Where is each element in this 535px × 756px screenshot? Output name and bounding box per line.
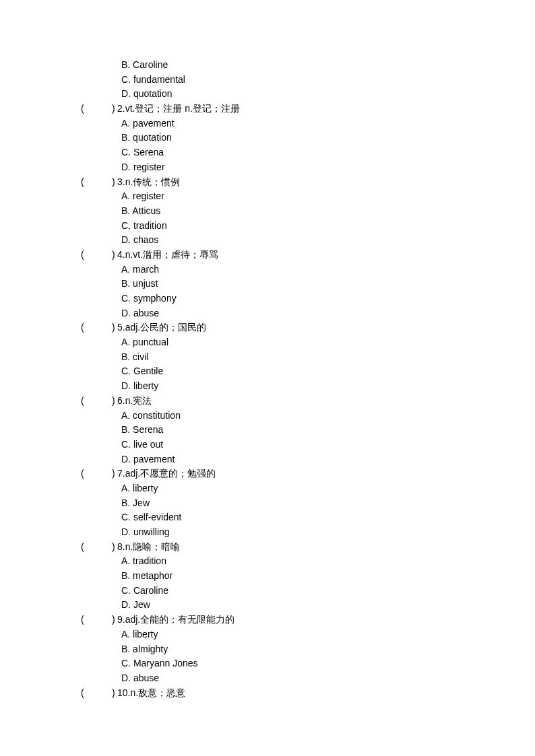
paren-right: ) [112, 248, 117, 263]
option: A. march [81, 263, 535, 277]
paren-right: ) [112, 540, 117, 555]
document-content: B. CarolineC. fundamentalD. quotation()2… [81, 58, 535, 700]
question-line: ()3.n.传统；惯例 [81, 175, 535, 190]
paren-left: ( [81, 102, 86, 116]
question-prompt: .n.宪法 [123, 394, 152, 409]
answer-blank [86, 540, 112, 555]
paren-right: ) [112, 467, 117, 481]
question-line: ()8.n.隐喻；暗喻 [81, 540, 535, 555]
question-number: 9 [117, 613, 123, 627]
question-number: 7 [117, 467, 123, 481]
option: A. liberty [81, 627, 535, 642]
question-line: ()6.n.宪法 [81, 394, 535, 409]
question-line: ()2.vt.登记；注册 n.登记；注册 [81, 102, 535, 116]
option: B. civil [81, 350, 535, 365]
option: C. tradition [81, 219, 535, 234]
option: D. chaos [81, 233, 535, 248]
paren-right: ) [112, 394, 117, 409]
option: D. abuse [81, 671, 535, 686]
paren-left: ( [81, 175, 86, 190]
option: D. Jew [81, 598, 535, 613]
option: A. liberty [81, 481, 535, 496]
answer-blank [86, 467, 112, 481]
question-prompt: .n.传统；惯例 [123, 175, 181, 190]
question-prompt: .n.隐喻；暗喻 [123, 540, 181, 555]
answer-blank [86, 613, 112, 627]
paren-left: ( [81, 686, 86, 701]
option: D. pavement [81, 452, 535, 467]
question-number: 5 [117, 320, 123, 335]
question-prompt: .vt.登记；注册 n.登记；注册 [123, 102, 240, 116]
question-number: 6 [117, 394, 123, 409]
question-number: 4 [117, 248, 123, 263]
question-prompt: .adj.全能的；有无限能力的 [123, 613, 234, 627]
question-line: ()5.adj.公民的；国民的 [81, 320, 535, 335]
answer-blank [86, 175, 112, 190]
option: C. symphony [81, 291, 535, 306]
orphan-option: C. fundamental [81, 73, 535, 88]
paren-left: ( [81, 320, 86, 335]
paren-left: ( [81, 394, 86, 409]
option: B. almighty [81, 642, 535, 657]
question-line: ()4.n.vt.滥用；虐待；辱骂 [81, 248, 535, 263]
option: B. Jew [81, 496, 535, 511]
question-line: ()7.adj.不愿意的；勉强的 [81, 467, 535, 481]
option: C. live out [81, 438, 535, 452]
option: C. self-evident [81, 510, 535, 525]
option: C. Gentile [81, 364, 535, 379]
answer-blank [86, 320, 112, 335]
option: C. Maryann Jones [81, 656, 535, 671]
question-prompt: .adj.不愿意的；勉强的 [123, 467, 216, 481]
option: D. abuse [81, 306, 535, 321]
option: C. Serena [81, 145, 535, 160]
paren-left: ( [81, 467, 86, 481]
question-number: 8 [117, 540, 123, 555]
option: A. punctual [81, 335, 535, 350]
answer-blank [86, 102, 112, 116]
question-prompt: .adj.公民的；国民的 [123, 320, 206, 335]
paren-left: ( [81, 248, 86, 263]
option: B. quotation [81, 131, 535, 145]
question-line: ()10.n.敌意；恶意 [81, 686, 535, 701]
option: B. Serena [81, 423, 535, 438]
paren-left: ( [81, 540, 86, 555]
question-number: 3 [117, 175, 123, 190]
answer-blank [86, 248, 112, 263]
question-number: 10 [117, 686, 128, 701]
answer-blank [86, 686, 112, 701]
option: D. unwilling [81, 525, 535, 540]
paren-right: ) [112, 320, 117, 335]
paren-right: ) [112, 613, 117, 627]
option: A. constitution [81, 409, 535, 423]
option: B. Atticus [81, 204, 535, 219]
question-prompt: .n.敌意；恶意 [128, 686, 186, 701]
option: A. pavement [81, 116, 535, 131]
paren-right: ) [112, 175, 117, 190]
orphan-option: D. quotation [81, 87, 535, 102]
question-number: 2 [117, 102, 123, 116]
question-prompt: .n.vt.滥用；虐待；辱骂 [123, 248, 218, 263]
option: D. liberty [81, 379, 535, 394]
orphan-option: B. Caroline [81, 58, 535, 73]
option: A. register [81, 189, 535, 204]
paren-right: ) [112, 102, 117, 116]
option: B. unjust [81, 277, 535, 291]
option: C. Caroline [81, 584, 535, 598]
question-line: ()9.adj.全能的；有无限能力的 [81, 613, 535, 627]
option: A. tradition [81, 554, 535, 569]
paren-right: ) [112, 686, 117, 701]
paren-left: ( [81, 613, 86, 627]
option: B. metaphor [81, 569, 535, 584]
answer-blank [86, 394, 112, 409]
option: D. register [81, 160, 535, 175]
